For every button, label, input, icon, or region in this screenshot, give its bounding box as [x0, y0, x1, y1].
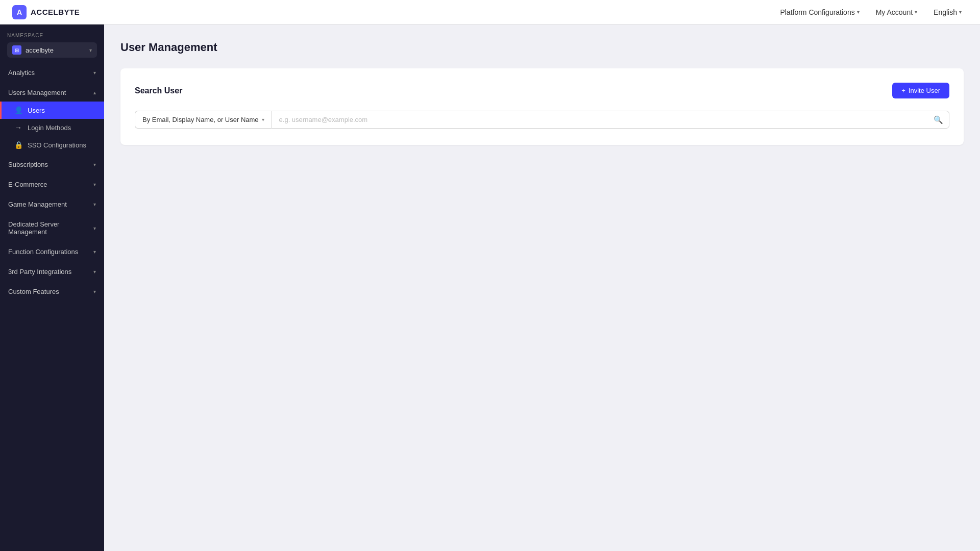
language-label: English: [934, 8, 957, 16]
3rd-party-chevron-icon: ▾: [93, 269, 96, 274]
login-methods-icon: →: [14, 123, 22, 132]
sidebar-item-game-management[interactable]: Game Management ▾: [0, 195, 104, 213]
sidebar-custom-features-label: Custom Features: [8, 288, 59, 295]
namespace-select[interactable]: ⊞ accelbyte ▾: [7, 42, 97, 58]
platform-configurations-chevron-icon: ▾: [857, 9, 860, 15]
users-management-chevron-icon: ▴: [93, 90, 96, 95]
main-content: User Management Search User + Invite Use…: [104, 24, 980, 551]
invite-user-plus-icon: +: [901, 87, 905, 94]
platform-configurations-label: Platform Configurations: [780, 8, 854, 16]
search-icon-button[interactable]: 🔍: [934, 115, 943, 124]
sso-icon: 🔒: [14, 141, 22, 149]
sidebar-item-analytics[interactable]: Analytics ▾: [0, 64, 104, 82]
search-input[interactable]: [272, 111, 949, 129]
analytics-chevron-icon: ▾: [93, 70, 96, 76]
search-filter-dropdown[interactable]: By Email, Display Name, or User Name ▾: [135, 111, 272, 129]
sidebar-section-analytics: Analytics ▾: [0, 64, 104, 82]
search-input-wrapper: 🔍: [272, 111, 949, 129]
namespace-value: accelbyte: [26, 46, 85, 54]
invite-user-button[interactable]: + Invite User: [892, 83, 949, 98]
logo-icon: A: [12, 5, 27, 19]
language-dropdown[interactable]: English ▾: [927, 5, 968, 19]
sidebar-section-users-management: Users Management ▴ 👤 Users → Login Metho…: [0, 84, 104, 154]
sidebar-3rd-party-label: 3rd Party Integrations: [8, 268, 71, 276]
sidebar-section-custom-features: Custom Features ▾: [0, 283, 104, 300]
sidebar-item-custom-features[interactable]: Custom Features ▾: [0, 283, 104, 300]
dedicated-server-chevron-icon: ▾: [93, 226, 96, 231]
sidebar-item-users-management[interactable]: Users Management ▴: [0, 84, 104, 102]
sidebar-login-methods-label: Login Methods: [28, 124, 71, 132]
top-nav-right: Platform Configurations ▾ My Account ▾ E…: [774, 5, 968, 19]
search-user-card: Search User + Invite User By Email, Disp…: [120, 68, 964, 145]
search-card-header: Search User + Invite User: [135, 83, 949, 98]
sidebar-dedicated-server-label: Dedicated Server Management: [8, 220, 93, 236]
sidebar: NAMESPACE ⊞ accelbyte ▾ Analytics ▾ User…: [0, 24, 104, 551]
custom-features-chevron-icon: ▾: [93, 289, 96, 294]
sidebar-sso-label: SSO Configurations: [28, 141, 86, 149]
namespace-chevron-icon: ▾: [89, 47, 92, 53]
sidebar-item-ecommerce[interactable]: E-Commerce ▾: [0, 176, 104, 193]
game-management-chevron-icon: ▾: [93, 202, 96, 207]
invite-user-label: Invite User: [909, 87, 940, 94]
sidebar-section-game-management: Game Management ▾: [0, 195, 104, 213]
sidebar-item-sso-configurations[interactable]: 🔒 SSO Configurations: [0, 136, 104, 154]
my-account-chevron-icon: ▾: [915, 9, 917, 15]
top-nav: A ACCELBYTE Platform Configurations ▾ My…: [0, 0, 980, 24]
sidebar-section-ecommerce: E-Commerce ▾: [0, 176, 104, 193]
sidebar-item-users[interactable]: 👤 Users: [0, 102, 104, 119]
sidebar-item-3rd-party[interactable]: 3rd Party Integrations ▾: [0, 263, 104, 281]
sidebar-section-subscriptions: Subscriptions ▾: [0, 156, 104, 173]
sidebar-users-label: Users: [28, 107, 45, 114]
search-card-title: Search User: [135, 86, 182, 95]
sidebar-section-3rd-party: 3rd Party Integrations ▾: [0, 263, 104, 281]
sidebar-users-management-label: Users Management: [8, 89, 66, 96]
users-icon: 👤: [14, 106, 22, 114]
sidebar-analytics-label: Analytics: [8, 69, 35, 77]
my-account-label: My Account: [876, 8, 913, 16]
sidebar-ecommerce-label: E-Commerce: [8, 181, 47, 188]
platform-configurations-dropdown[interactable]: Platform Configurations ▾: [774, 5, 865, 19]
sidebar-subscriptions-label: Subscriptions: [8, 161, 48, 168]
page-title: User Management: [120, 41, 964, 54]
my-account-dropdown[interactable]: My Account ▾: [870, 5, 923, 19]
namespace-label: NAMESPACE: [7, 33, 97, 38]
ecommerce-chevron-icon: ▾: [93, 182, 96, 187]
sidebar-section-function-configurations: Function Configurations ▾: [0, 243, 104, 261]
sidebar-item-login-methods[interactable]: → Login Methods: [0, 119, 104, 136]
sidebar-item-dedicated-server[interactable]: Dedicated Server Management ▾: [0, 215, 104, 241]
sidebar-game-management-label: Game Management: [8, 201, 67, 208]
namespace-section: NAMESPACE ⊞ accelbyte ▾: [0, 24, 104, 62]
language-chevron-icon: ▾: [959, 9, 962, 15]
function-configurations-chevron-icon: ▾: [93, 249, 96, 255]
sidebar-function-configurations-label: Function Configurations: [8, 248, 78, 256]
logo: A ACCELBYTE: [12, 5, 774, 19]
search-row: By Email, Display Name, or User Name ▾ 🔍: [135, 111, 949, 129]
namespace-icon: ⊞: [12, 45, 21, 55]
search-filter-label: By Email, Display Name, or User Name: [142, 116, 259, 123]
subscriptions-chevron-icon: ▾: [93, 162, 96, 167]
logo-text: ACCELBYTE: [31, 8, 80, 16]
search-filter-chevron-icon: ▾: [262, 117, 264, 122]
sidebar-section-dedicated-server: Dedicated Server Management ▾: [0, 215, 104, 241]
sidebar-item-function-configurations[interactable]: Function Configurations ▾: [0, 243, 104, 261]
sidebar-item-subscriptions[interactable]: Subscriptions ▾: [0, 156, 104, 173]
